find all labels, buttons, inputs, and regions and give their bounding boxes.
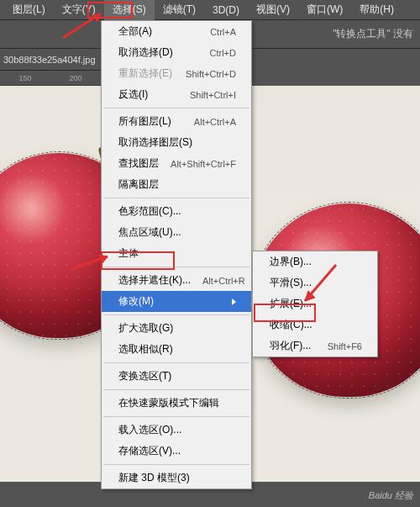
menu-item[interactable]: 色彩范围(C)... [102, 201, 251, 222]
menu-separator [103, 416, 249, 417]
menu-item-label: 所有图层(L) [118, 114, 171, 129]
modify-submenu: 边界(B)...平滑(S)...扩展(E)...收缩(C)...羽化(F)...… [252, 251, 378, 357]
menu-select[interactable]: 选择(S) [104, 0, 155, 20]
menu-text[interactable]: 文字(Y) [54, 0, 104, 20]
menu-separator [103, 198, 249, 198]
menu-item[interactable]: 主体 [102, 243, 251, 264]
menu-separator [103, 314, 249, 315]
menu-item-label: 反选(I) [118, 87, 148, 102]
select-menu-dropdown: 全部(A)Ctrl+A取消选择(D)Ctrl+D重新选择(E)Shift+Ctr… [101, 20, 252, 489]
menu-item[interactable]: 所有图层(L)Alt+Ctrl+A [102, 111, 251, 132]
menu-item[interactable]: 全部(A)Ctrl+A [102, 21, 251, 42]
menu-item[interactable]: 变换选区(T) [102, 366, 251, 387]
menu-separator [103, 108, 249, 108]
submenu-item-label: 扩展(E)... [270, 297, 312, 311]
status-text: "转换点工具" 没有 [333, 27, 413, 41]
menu-3d[interactable]: 3D(D) [204, 1, 248, 19]
menu-item-label: 选择并遮住(K)... [118, 273, 191, 288]
menu-item[interactable]: 取消选择图层(S) [102, 132, 251, 153]
submenu-item-label: 收缩(C)... [270, 318, 312, 332]
submenu-item-label: 平滑(S)... [270, 276, 312, 290]
document-filename: 30b88f33e25a404f.jpg [3, 55, 96, 65]
menu-separator [103, 464, 249, 465]
submenu-arrow-icon [232, 298, 236, 305]
menu-shortcut: Shift+Ctrl+D [186, 69, 236, 79]
menu-item-label: 新建 3D 模型(3) [118, 471, 190, 485]
ruler-tick: 150 [0, 74, 50, 82]
submenu-item[interactable]: 收缩(C)... [253, 314, 377, 335]
menu-filter[interactable]: 滤镜(T) [155, 0, 204, 20]
menu-item-label: 取消选择(D) [118, 45, 173, 60]
menu-item-label: 载入选区(O)... [118, 423, 181, 437]
menu-item[interactable]: 新建 3D 模型(3) [102, 467, 251, 489]
menu-item-label: 取消选择图层(S) [118, 135, 192, 150]
menu-separator [103, 267, 249, 267]
menu-item-label: 在快速蒙版模式下编辑 [118, 396, 219, 410]
menu-separator [103, 389, 249, 390]
menu-item[interactable]: 焦点区域(U)... [102, 222, 251, 243]
menu-item-label: 扩大选取(G) [118, 321, 173, 335]
submenu-item-label: 边界(B)... [270, 255, 312, 269]
menu-item-label: 查找图层 [118, 156, 159, 171]
menu-item[interactable]: 在快速蒙版模式下编辑 [102, 393, 251, 414]
menu-item[interactable]: 存储选区(V)... [102, 441, 251, 462]
menu-shortcut: Shift+F6 [328, 341, 362, 351]
watermark-logo: Baidu 经验 [369, 489, 413, 502]
menu-shortcut: Ctrl+D [210, 48, 236, 58]
menu-item[interactable]: 扩大选取(G) [102, 318, 251, 339]
ruler: 150 200 [0, 71, 101, 86]
menu-shortcut: Alt+Ctrl+A [194, 117, 236, 127]
submenu-item[interactable]: 扩展(E)... [253, 293, 377, 314]
menu-view[interactable]: 视图(V) [248, 0, 298, 20]
menu-item[interactable]: 反选(I)Shift+Ctrl+I [102, 84, 251, 105]
menu-item-label: 隔离图层 [118, 177, 159, 192]
menubar: 图层(L) 文字(Y) 选择(S) 滤镜(T) 3D(D) 视图(V) 窗口(W… [0, 0, 420, 20]
menu-help[interactable]: 帮助(H) [351, 0, 402, 20]
menu-item[interactable]: 取消选择(D)Ctrl+D [102, 42, 251, 63]
menu-item[interactable]: 载入选区(O)... [102, 420, 251, 441]
menu-item[interactable]: 选取相似(R) [102, 339, 251, 360]
menu-item[interactable]: 选择并遮住(K)...Alt+Ctrl+R [102, 270, 251, 291]
menu-item[interactable]: 修改(M) [102, 291, 251, 312]
ruler-tick: 200 [50, 74, 101, 82]
menu-shortcut: Shift+Ctrl+I [190, 90, 236, 100]
submenu-item-label: 羽化(F)... [270, 339, 311, 353]
menu-item-label: 重新选择(E) [118, 66, 172, 81]
menu-shortcut: Alt+Ctrl+R [202, 276, 245, 286]
menu-item[interactable]: 隔离图层 [102, 174, 251, 195]
menu-item: 重新选择(E)Shift+Ctrl+D [102, 63, 251, 84]
menu-item-label: 色彩范围(C)... [118, 204, 181, 219]
menu-item-label: 选取相似(R) [118, 342, 173, 356]
menu-item-label: 全部(A) [118, 24, 152, 39]
menu-item[interactable]: 查找图层Alt+Shift+Ctrl+F [102, 153, 251, 174]
document-tab[interactable]: 30b88f33e25a404f.jpg [0, 49, 101, 71]
menu-separator [103, 362, 249, 363]
submenu-item[interactable]: 羽化(F)...Shift+F6 [253, 335, 377, 356]
menu-item-label: 存储选区(V)... [118, 444, 181, 458]
menu-item-label: 修改(M) [118, 294, 154, 309]
menu-item-label: 变换选区(T) [118, 369, 171, 383]
submenu-item[interactable]: 边界(B)... [253, 251, 377, 272]
menu-layer[interactable]: 图层(L) [4, 0, 54, 20]
menu-shortcut: Ctrl+A [210, 27, 236, 37]
menu-shortcut: Alt+Shift+Ctrl+F [171, 159, 236, 169]
menu-item-label: 主体 [118, 246, 139, 261]
menu-item-label: 焦点区域(U)... [118, 225, 181, 240]
submenu-item[interactable]: 平滑(S)... [253, 272, 377, 293]
menu-window[interactable]: 窗口(W) [298, 0, 351, 20]
